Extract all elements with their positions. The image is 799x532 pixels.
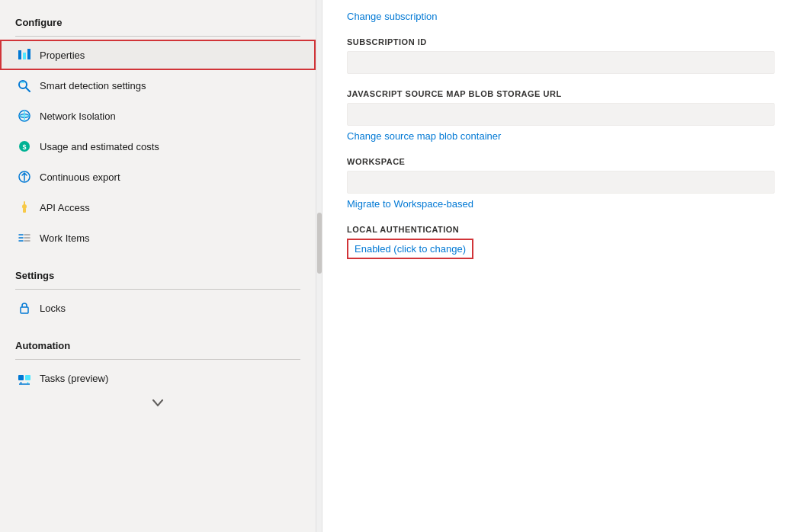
svg-text:$: $ bbox=[22, 143, 26, 151]
automation-divider bbox=[15, 359, 300, 360]
sidebar-item-locks-label: Locks bbox=[40, 303, 66, 314]
scroll-down-arrow-icon bbox=[152, 399, 163, 407]
svg-rect-0 bbox=[18, 50, 21, 59]
svg-rect-12 bbox=[23, 208, 26, 213]
sidebar-item-smart-detection-label: Smart detection settings bbox=[40, 80, 146, 91]
js-source-map-label: JAVASCRIPT SOURCE MAP BLOB STORAGE URL bbox=[347, 89, 775, 98]
svg-rect-20 bbox=[18, 375, 24, 380]
scrollbar-thumb[interactable] bbox=[317, 213, 322, 274]
svg-rect-21 bbox=[25, 375, 30, 380]
tasks-preview-icon bbox=[17, 370, 32, 386]
svg-line-4 bbox=[26, 88, 30, 91]
work-items-icon bbox=[17, 230, 32, 245]
js-source-map-section: JAVASCRIPT SOURCE MAP BLOB STORAGE URL C… bbox=[347, 89, 775, 142]
sidebar-item-network-isolation[interactable]: Network Isolation bbox=[0, 101, 316, 131]
continuous-export-icon bbox=[17, 169, 32, 184]
change-subscription-section: Change subscription bbox=[347, 6, 775, 22]
sidebar-item-properties[interactable]: Properties bbox=[0, 40, 316, 70]
sidebar-item-api-access-label: API Access bbox=[40, 202, 90, 213]
js-source-map-input[interactable] bbox=[347, 103, 775, 126]
sidebar-item-work-items[interactable]: Work Items bbox=[0, 223, 316, 253]
subscription-id-label: SUBSCRIPTION ID bbox=[347, 37, 775, 46]
svg-rect-19 bbox=[21, 307, 28, 313]
api-access-icon bbox=[17, 200, 32, 215]
properties-icon bbox=[17, 47, 32, 62]
settings-section-label: Settings bbox=[0, 259, 316, 286]
svg-rect-1 bbox=[23, 53, 26, 59]
configure-divider bbox=[15, 36, 300, 37]
subscription-id-input[interactable] bbox=[347, 51, 775, 74]
sidebar: Configure Properties Smart detection set… bbox=[0, 0, 316, 532]
scrollbar[interactable] bbox=[316, 0, 322, 532]
workspace-section: WORKSPACE Migrate to Workspace-based bbox=[347, 157, 775, 210]
local-auth-value[interactable]: Enabled (click to change) bbox=[347, 239, 473, 259]
sidebar-item-usage-costs-label: Usage and estimated costs bbox=[40, 141, 159, 152]
change-subscription-link[interactable]: Change subscription bbox=[347, 11, 438, 22]
sidebar-item-api-access[interactable]: API Access bbox=[0, 192, 316, 223]
scroll-down-container bbox=[0, 393, 316, 413]
smart-detection-icon bbox=[17, 78, 32, 93]
configure-section-label: Configure bbox=[0, 6, 316, 33]
sidebar-item-continuous-export-label: Continuous export bbox=[40, 171, 120, 183]
sidebar-item-tasks-preview[interactable]: Tasks (preview) bbox=[0, 363, 316, 393]
sidebar-item-tasks-preview-label: Tasks (preview) bbox=[40, 373, 108, 384]
sidebar-item-work-items-label: Work Items bbox=[40, 232, 90, 244]
sidebar-item-locks[interactable]: Locks bbox=[0, 293, 316, 323]
change-source-map-link[interactable]: Change source map blob container bbox=[347, 130, 501, 142]
sidebar-item-usage-costs[interactable]: $ Usage and estimated costs bbox=[0, 131, 316, 162]
network-isolation-icon bbox=[17, 108, 32, 123]
usage-costs-icon: $ bbox=[17, 139, 32, 154]
local-auth-label: LOCAL AUTHENTICATION bbox=[347, 225, 775, 234]
automation-section-label: Automation bbox=[0, 329, 316, 356]
local-auth-section: LOCAL AUTHENTICATION Enabled (click to c… bbox=[347, 225, 775, 259]
sidebar-item-smart-detection[interactable]: Smart detection settings bbox=[0, 70, 316, 101]
svg-rect-2 bbox=[27, 49, 30, 59]
sidebar-item-continuous-export[interactable]: Continuous export bbox=[0, 162, 316, 192]
migrate-link[interactable]: Migrate to Workspace-based bbox=[347, 198, 473, 210]
settings-divider bbox=[15, 289, 300, 290]
workspace-label: WORKSPACE bbox=[347, 157, 775, 166]
sidebar-item-properties-label: Properties bbox=[40, 50, 85, 61]
workspace-input[interactable] bbox=[347, 171, 775, 194]
subscription-id-section: SUBSCRIPTION ID bbox=[347, 37, 775, 74]
locks-icon bbox=[17, 300, 32, 316]
sidebar-item-network-isolation-label: Network Isolation bbox=[40, 111, 116, 122]
main-content: Change subscription SUBSCRIPTION ID JAVA… bbox=[322, 0, 799, 532]
